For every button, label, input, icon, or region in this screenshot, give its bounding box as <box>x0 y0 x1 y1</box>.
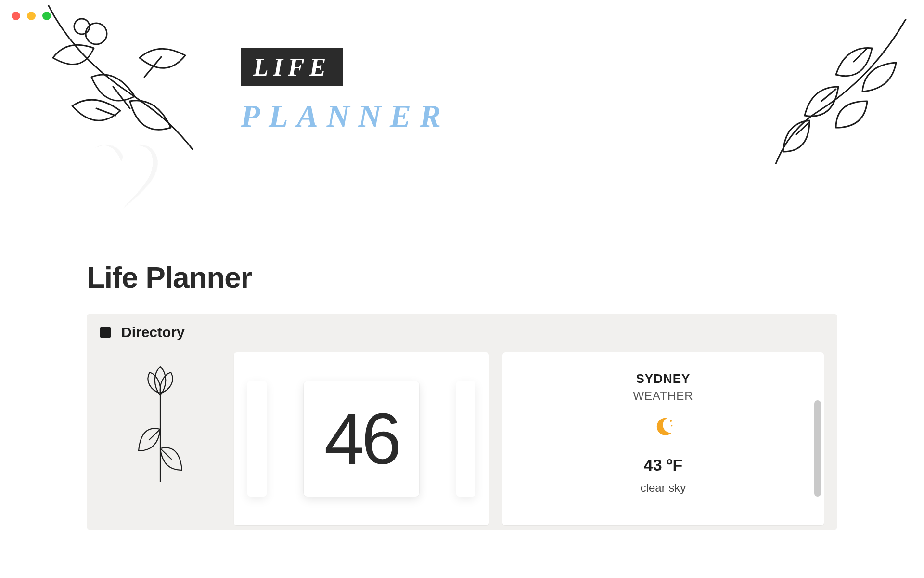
flower-illustration-card <box>100 352 220 525</box>
cover-banner: LIFE PLANNER <box>241 48 449 134</box>
weather-city: SYDNEY <box>636 371 691 386</box>
widget-row: 46 SYDNEY WEATHER 43 ºF clear sky <box>100 352 824 525</box>
page-cover: LIFE PLANNER 🤍 <box>0 0 924 159</box>
weather-widget[interactable]: SYDNEY WEATHER 43 ºF clear sky <box>502 352 824 525</box>
black-square-icon <box>100 327 111 338</box>
svg-line-6 <box>821 89 836 101</box>
cover-banner-bottom: PLANNER <box>241 98 449 134</box>
flip-clock-widget[interactable]: 46 <box>234 352 489 525</box>
svg-point-1 <box>74 19 90 34</box>
weather-temperature: 43 ºF <box>644 456 682 474</box>
callout-title: Directory <box>121 324 185 341</box>
page-icon[interactable]: 🤍 <box>84 144 162 207</box>
flip-clock-panel: 46 <box>304 381 419 497</box>
directory-callout: Directory <box>87 314 837 530</box>
flip-clock-value: 46 <box>324 397 399 481</box>
moon-icon <box>653 416 674 442</box>
cover-banner-top: LIFE <box>241 48 343 86</box>
weather-label: WEATHER <box>633 389 693 403</box>
flip-clock-next-panel <box>456 381 475 497</box>
weather-description: clear sky <box>641 481 686 495</box>
leaf-right-illustration <box>752 19 915 164</box>
page-content: Life Planner Directory <box>0 260 924 530</box>
flip-clock-prev-panel <box>247 381 267 497</box>
page-title[interactable]: Life Planner <box>87 260 837 294</box>
svg-line-3 <box>96 108 116 116</box>
svg-line-2 <box>113 87 130 108</box>
weather-scrollbar[interactable] <box>814 400 821 497</box>
svg-point-11 <box>671 425 673 427</box>
svg-point-10 <box>670 420 672 422</box>
flower-icon <box>131 357 189 482</box>
leaf-left-illustration <box>19 5 212 159</box>
callout-header: Directory <box>100 324 824 341</box>
